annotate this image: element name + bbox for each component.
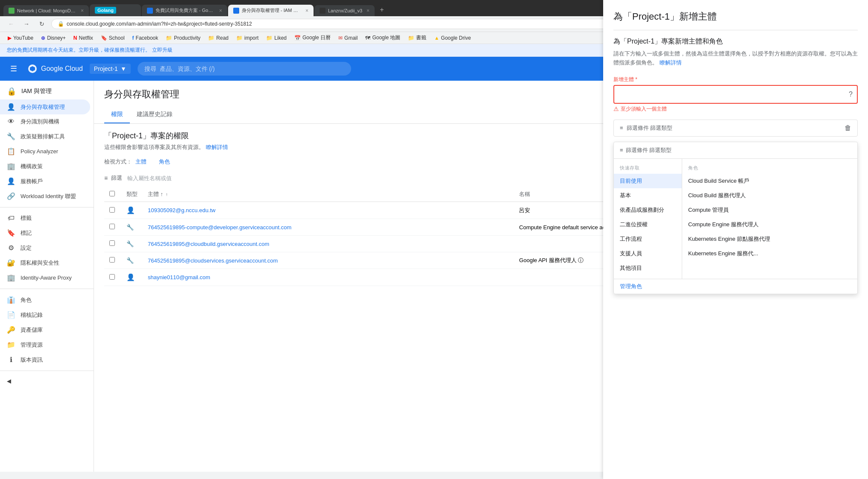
tab-close-4[interactable]: × (305, 8, 308, 14)
row-checkbox-4[interactable] (109, 257, 115, 263)
sidebar-item-policy-analyzer[interactable]: 📋 Policy Analyzer (0, 144, 90, 159)
import-icon: 📁 (236, 35, 243, 41)
page-title: 身分與存取權管理 (104, 88, 179, 101)
role-item-compute-engine-agent[interactable]: Compute Engine 服務代理人 (682, 217, 857, 232)
role-item-compute-admin[interactable]: Compute 管理員 (682, 203, 857, 217)
select-all-checkbox[interactable] (109, 191, 115, 196)
dropdown-item-support[interactable]: 支援人員 (614, 246, 682, 261)
sidebar-item-policy-tool[interactable]: 🔧 政策疑難排解工具 (0, 129, 90, 144)
bookmark-import[interactable]: 📁 import (234, 34, 261, 42)
sidebar-item-version[interactable]: ℹ 版本資訊 (0, 352, 90, 367)
bookmark-netflix[interactable]: N Netflix (71, 34, 96, 42)
bookmark-productivity[interactable]: 📁 Productivity (163, 34, 203, 42)
member-email-2[interactable]: 764525619895-compute@developer.gservicea… (148, 224, 291, 231)
sidebar-item-service-accounts[interactable]: 👤 服務帳戶 (0, 174, 90, 189)
dropdown-item-by-product[interactable]: 依產品或服務劃分 (614, 203, 682, 217)
sidebar-item-manage[interactable]: 📁 管理資源 (0, 337, 90, 352)
dropdown-item-other[interactable]: 其他項目 (614, 261, 682, 275)
bookmark-gmail[interactable]: ✉ Gmail (336, 34, 360, 42)
sidebar-item-workload[interactable]: 🔗 Workload Identity 聯盟 (0, 189, 90, 204)
role-item-cloud-build-agent[interactable]: Cloud Build 服務代理人 (682, 188, 857, 203)
hamburger-menu[interactable]: ☰ (7, 61, 21, 77)
notification-link[interactable]: 立即升級 (152, 47, 173, 54)
th-type[interactable]: 類型 (121, 187, 143, 202)
tab-free-trial[interactable]: 免費試用與免費方案 - Google ... × (142, 5, 227, 16)
row-checkbox-3[interactable] (109, 240, 115, 246)
bookmark-youtube[interactable]: ▶ YouTube (5, 34, 36, 42)
tab-close-5[interactable]: × (367, 8, 369, 14)
tab-github[interactable]: Lanznx/Zudii_v3 × (314, 5, 375, 16)
tab-close-3[interactable]: × (219, 8, 222, 14)
project-selector[interactable]: Project-1 ▼ (90, 64, 131, 74)
bookmark-bookmarks-label: 書籤 (416, 34, 426, 41)
dropdown-item-workflow[interactable]: 工作流程 (614, 232, 682, 246)
view-mode-principal[interactable]: 主體 (135, 158, 147, 166)
panel-subtitle: 為「Project-1」專案新增主體和角色 (613, 37, 858, 46)
bookmark-maps[interactable]: 🗺 Google 地圖 (363, 33, 403, 42)
role-filter-text: 篩選條件 篩選類型 (627, 124, 673, 132)
sidebar-item-identity[interactable]: 👁 身分識別與機構 (0, 114, 90, 129)
sidebar-item-audit[interactable]: 📄 稽核記錄 (0, 307, 90, 322)
member-email-1[interactable]: 109305092@g.nccu.edu.tw (148, 207, 215, 213)
back-button[interactable]: ← (5, 18, 17, 30)
sidebar-collapse-button[interactable]: ◀ (0, 374, 90, 388)
bookmarks-icon: 📁 (408, 35, 414, 41)
sidebar-item-iap[interactable]: 🏢 Identity-Aware Proxy (0, 270, 90, 285)
help-icon[interactable]: ? (849, 91, 853, 98)
row-checkbox-5[interactable] (109, 274, 115, 280)
dropdown-item-binary-auth[interactable]: 二進位授權 (614, 217, 682, 232)
tab-iam[interactable]: 身分與存取權管理 - IAM 與管理... × (228, 5, 314, 16)
bookmark-school[interactable]: 🔖 School (98, 34, 127, 42)
role-item-1-label: Cloud Build Service 帳戶 (688, 178, 749, 184)
tab-network[interactable]: Network | Cloud: MongoDB Clo... × (3, 5, 89, 16)
google-cloud-logo-icon (27, 64, 38, 74)
project-name: Project-1 (94, 65, 118, 72)
dropdown-item-basic[interactable]: 基本 (614, 188, 682, 203)
panel-link[interactable]: 瞭解詳情 (660, 59, 682, 66)
bookmark-bookmarks[interactable]: 📁 書籤 (405, 33, 429, 42)
bookmark-read[interactable]: 📁 Read (205, 34, 231, 42)
sidebar-manage-icon: 📁 (7, 341, 15, 349)
sidebar-item-roles[interactable]: 👔 角色 (0, 292, 90, 307)
sidebar-item-asset[interactable]: 🔑 資產儲庫 (0, 322, 90, 337)
role-item-cloud-build-service[interactable]: Cloud Build Service 帳戶 (682, 174, 857, 188)
member-email-5[interactable]: shaynie0110@gmail.com (148, 274, 210, 280)
refresh-button[interactable]: ↻ (36, 18, 48, 30)
sidebar-item-tags[interactable]: 🔖 標記 (0, 225, 90, 240)
role-item-k8s-node-agent[interactable]: Kubernetes Engine 節點服務代理 (682, 232, 857, 246)
permissions-link[interactable]: 瞭解詳情 (206, 144, 228, 150)
tab-close-1[interactable]: × (81, 8, 84, 14)
bookmark-disney[interactable]: ⊕ Disney+ (38, 34, 68, 42)
tab-favicon-4 (233, 8, 239, 14)
th-principal[interactable]: 主體 ↑ ↑ (143, 187, 514, 202)
sidebar-item-org-policy[interactable]: 🏢 機構政策 (0, 159, 90, 174)
search-input[interactable] (138, 62, 351, 76)
view-mode-role[interactable]: 角色 (159, 158, 170, 166)
sidebar-item-privacy[interactable]: 🔐 隱私權與安全性 (0, 255, 90, 270)
row-checkbox-1[interactable] (109, 207, 115, 213)
sidebar-item-labels[interactable]: 🏷 標籤 (0, 211, 90, 225)
member-email-3[interactable]: 764525619895@cloudbuild.gserviceaccount.… (148, 241, 269, 247)
forward-button[interactable]: → (21, 18, 32, 30)
row-checkbox-2[interactable] (109, 224, 115, 229)
bookmark-calendar[interactable]: 📅 Google 日曆 (292, 33, 333, 42)
tab-golang[interactable]: Golang (90, 4, 141, 16)
tab-history[interactable]: 建議歷史記錄 (130, 106, 179, 123)
tab-permissions[interactable]: 權限 (104, 106, 130, 123)
sidebar-item-iam[interactable]: 👤 身分與存取權管理 (0, 99, 90, 114)
read-icon: 📁 (208, 35, 214, 41)
bookmark-facebook[interactable]: f Facebook (130, 34, 161, 42)
sidebar-tags-icon: 🔖 (7, 229, 15, 237)
youtube-icon: ▶ (8, 35, 12, 41)
bookmark-drive[interactable]: ▲ Google Drive (431, 34, 473, 42)
bookmark-liked[interactable]: 📁 Liked (264, 34, 289, 42)
role-item-k8s-agent[interactable]: Kubernetes Engine 服務代... (682, 246, 857, 261)
sidebar-item-settings[interactable]: ⚙ 設定 (0, 240, 90, 255)
principal-input[interactable] (613, 85, 858, 104)
dropdown-item-current[interactable]: 目前使用 (614, 174, 682, 188)
member-email-4[interactable]: 764525619895@cloudservices.gserviceaccou… (148, 257, 278, 264)
manage-roles-link[interactable]: 管理角色 (620, 283, 642, 289)
role-delete-icon[interactable]: 🗑 (845, 124, 851, 132)
service-type-icon: 🔧 (126, 224, 134, 231)
new-tab-button[interactable]: + (375, 3, 388, 16)
